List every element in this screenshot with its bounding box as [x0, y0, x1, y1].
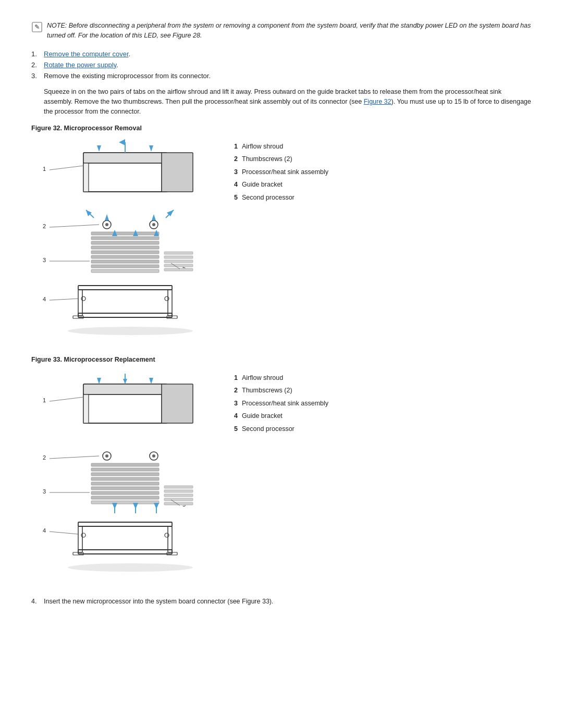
- legend-item: 3 Processor/heat sink assembly: [229, 168, 328, 177]
- svg-rect-35: [164, 252, 193, 254]
- svg-rect-81: [91, 487, 159, 490]
- note-icon: ✎: [31, 21, 43, 33]
- step4-text: Insert the new microprocessor into the s…: [44, 598, 273, 605]
- svg-rect-33: [91, 265, 159, 268]
- step1-link[interactable]: Remove the computer cover: [44, 50, 129, 58]
- svg-marker-14: [97, 145, 101, 152]
- svg-rect-86: [164, 490, 193, 492]
- figure33-title: Figure 33. Microprocessor Replacement: [31, 356, 532, 363]
- legend-item: 1 Airflow shroud: [229, 142, 328, 152]
- legend-item: 4 Guide bracket: [229, 412, 328, 421]
- svg-rect-26: [91, 232, 159, 235]
- svg-point-49: [81, 297, 85, 301]
- svg-text:1: 1: [43, 166, 46, 172]
- svg-text:2: 2: [43, 223, 46, 229]
- svg-rect-64: [83, 394, 89, 423]
- svg-rect-28: [91, 241, 159, 244]
- legend-item: 5 Second processor: [229, 425, 328, 434]
- svg-marker-69: [149, 378, 153, 384]
- svg-text:1: 1: [43, 397, 46, 403]
- svg-rect-32: [91, 260, 159, 263]
- svg-point-103: [165, 533, 169, 537]
- svg-rect-82: [91, 491, 159, 495]
- paragraph-block: Squeeze in on the two pairs of tabs on t…: [44, 87, 532, 117]
- svg-rect-67: [162, 384, 193, 423]
- svg-rect-99: [78, 550, 172, 554]
- svg-marker-20: [105, 214, 109, 220]
- svg-rect-12: [162, 153, 193, 192]
- svg-rect-97: [78, 526, 82, 552]
- figure32-container: 1 2 3 4 5: [31, 137, 532, 335]
- svg-rect-36: [164, 256, 193, 258]
- svg-text:4: 4: [43, 296, 46, 302]
- svg-rect-44: [78, 290, 82, 316]
- svg-rect-45: [168, 290, 172, 316]
- svg-rect-31: [91, 255, 159, 258]
- svg-line-52: [50, 166, 83, 170]
- legend-item: 1 Airflow shroud: [229, 374, 328, 383]
- svg-rect-39: [164, 268, 193, 271]
- figure32-link[interactable]: Figure 32: [364, 98, 391, 105]
- figure32-section: Figure 32. Microprocessor Removal 1 2 3 …: [31, 125, 532, 335]
- svg-line-106: [50, 456, 99, 459]
- svg-rect-29: [91, 246, 159, 249]
- figure33-image: 1 2 3 4 5: [31, 368, 214, 577]
- step-1: 1. Remove the computer cover.: [31, 50, 532, 58]
- svg-rect-63: [83, 384, 167, 394]
- svg-line-55: [50, 299, 78, 300]
- svg-marker-15: [149, 145, 153, 152]
- svg-rect-34: [91, 269, 159, 273]
- note-text: NOTE: Before disconnecting a peripheral …: [47, 21, 532, 41]
- step-2: 2. Rotate the power supply.: [31, 61, 532, 69]
- svg-line-108: [50, 532, 78, 534]
- svg-rect-88: [164, 498, 193, 501]
- svg-point-104: [68, 563, 193, 572]
- step4-block: 4. Insert the new microprocessor into th…: [31, 598, 532, 605]
- svg-text:2: 2: [43, 454, 46, 461]
- svg-rect-30: [91, 251, 159, 254]
- figure32-image: 1 2 3 4 5: [31, 137, 214, 335]
- legend-item: 2 Thumbscrews (2): [229, 386, 328, 396]
- step3-text: Remove the existing microprocessor from …: [44, 72, 211, 80]
- svg-rect-96: [78, 522, 172, 526]
- heatsink-fins: [91, 232, 193, 273]
- svg-rect-80: [91, 482, 159, 485]
- svg-text:3: 3: [43, 257, 46, 263]
- steps-list: 1. Remove the computer cover. 2. Rotate …: [31, 50, 532, 80]
- svg-rect-9: [83, 163, 89, 192]
- svg-text:✎: ✎: [34, 23, 40, 31]
- svg-rect-98: [168, 526, 172, 552]
- legend-item: 2 Thumbscrews (2): [229, 155, 328, 164]
- svg-rect-78: [91, 473, 159, 476]
- figure33-container: 1 2 3 4 5: [31, 368, 532, 577]
- svg-rect-43: [78, 286, 172, 290]
- svg-point-17: [105, 223, 108, 226]
- figure32-title: Figure 32. Microprocessor Removal: [31, 125, 532, 132]
- svg-rect-37: [164, 260, 193, 263]
- svg-text:4: 4: [43, 527, 46, 534]
- svg-rect-85: [164, 486, 193, 488]
- figure33-section: Figure 33. Microprocessor Replacement 1 …: [31, 356, 532, 577]
- svg-point-73: [105, 454, 108, 458]
- figure33-legend: 1 Airflow shroud 2 Thumbscrews (2) 3 Pro…: [229, 368, 328, 438]
- figure33-svg: 1 2 3 4 5: [31, 368, 209, 577]
- svg-text:3: 3: [43, 488, 46, 495]
- step-3: 3. Remove the existing microprocessor fr…: [31, 72, 532, 80]
- svg-rect-83: [91, 496, 159, 499]
- figure32-svg: 1 2 3 4 5: [31, 137, 209, 335]
- svg-line-53: [50, 225, 99, 227]
- legend-item: 5 Second processor: [229, 193, 328, 203]
- svg-line-105: [50, 397, 83, 401]
- svg-rect-87: [164, 494, 193, 497]
- svg-point-51: [68, 327, 193, 335]
- svg-rect-27: [91, 237, 159, 240]
- svg-point-102: [81, 533, 85, 537]
- svg-marker-68: [97, 378, 101, 384]
- svg-marker-71: [123, 379, 127, 384]
- step2-link[interactable]: Rotate the power supply: [44, 61, 116, 69]
- legend-item: 3 Processor/heat sink assembly: [229, 399, 328, 409]
- svg-marker-21: [152, 214, 156, 220]
- svg-rect-76: [91, 463, 159, 466]
- svg-rect-79: [91, 477, 159, 480]
- figure32-legend: 1 Airflow shroud 2 Thumbscrews (2) 3 Pro…: [229, 137, 328, 206]
